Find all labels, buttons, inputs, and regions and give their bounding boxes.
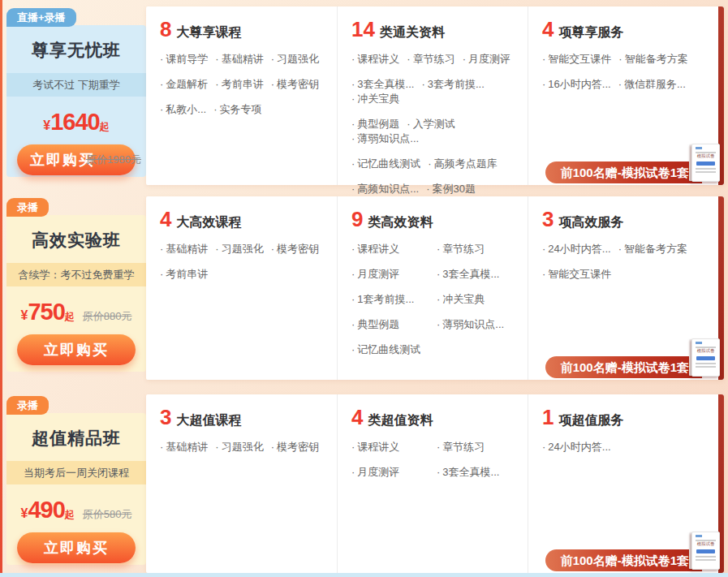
format-badge: 直播+录播: [6, 8, 76, 27]
feature-item: 课程讲义: [351, 440, 429, 454]
feature-item: 典型例题: [351, 317, 429, 332]
package-column: 4项尊享服务智能交互课件智能备考方案16小时内答...微信群服务...: [528, 6, 718, 185]
feature-item: 案例30题: [426, 182, 476, 196]
feature-line: 基础精讲习题强化模考密钥: [160, 440, 332, 454]
package-column: 14类通关资料课程讲义章节练习月度测评3套全真模...3套考前摸...冲关宝典典…: [337, 6, 528, 185]
paper-line: [696, 366, 716, 368]
feature-line: 私教小...实务专项: [160, 102, 332, 117]
column-heading: 4项尊享服务: [542, 17, 713, 41]
buy-now-button[interactable]: 立即购买: [17, 334, 136, 365]
column-count: 3: [160, 405, 171, 430]
feature-item: 模考密钥: [271, 242, 319, 256]
paper-title: 模拟试卷: [696, 541, 715, 546]
feature-item: 微信群服务...: [618, 77, 686, 92]
feature-item: 课前导学: [160, 52, 208, 67]
currency-symbol: ¥: [43, 118, 50, 132]
package-details: 3大超值课程基础精讲习题强化模考密钥4类超值资料课程讲义章节练习月度测评3套全真…: [146, 394, 724, 573]
feature-item: 3套考前摸...: [421, 77, 484, 92]
feature-item: 1套考前摸...: [351, 292, 429, 307]
feature-item: 月度测评: [351, 465, 429, 480]
feature-item: 基础精讲: [215, 52, 263, 67]
package-subtitle: 当期考后一周关闭课程: [6, 461, 146, 484]
feature-line: 记忆曲线测试: [351, 342, 523, 357]
package-details: 4大高效课程基础精讲习题强化模考密钥考前串讲9类高效资料课程讲义章节练习月度测评…: [146, 196, 724, 380]
paper-button-bar: [696, 161, 715, 166]
column-heading: 4大高效课程: [160, 207, 332, 231]
column-heading: 9类高效资料: [351, 207, 523, 231]
feature-item: 智能交互课件: [542, 267, 611, 282]
column-count: 14: [351, 17, 375, 42]
feature-item: 薄弱知识点...: [351, 131, 419, 146]
package-column: 4大高效课程基础精讲习题强化模考密钥考前串讲: [146, 196, 337, 380]
feature-line: 课前导学基础精讲习题强化: [160, 52, 332, 67]
feature-line: 金题解析考前串讲模考密钥: [160, 77, 332, 92]
feature-item: 基础精讲: [160, 242, 208, 256]
package-title: 超值精品班: [6, 413, 146, 450]
feature-line: 高频知识点...案例30题: [351, 182, 523, 196]
package-column: 3项高效服务24小时内答...智能备考方案智能交互课件: [528, 196, 718, 380]
package-card: 高效实验班 含续学：考不过免费重学 ¥750起 原价880元 立即购买: [6, 215, 146, 372]
column-count: 9: [351, 207, 363, 232]
feature-line: 月度测评3套全真模...: [351, 267, 523, 282]
page-left-accent: [0, 0, 2, 577]
feature-item: 冲关宝典: [437, 292, 515, 307]
package-subtitle: 考试不过 下期重学: [6, 73, 146, 97]
original-price: 原价1980元: [86, 153, 141, 167]
original-price: 原价880元: [83, 309, 132, 324]
package-column: 4类超值资料课程讲义章节练习月度测评3套全真模...: [337, 394, 528, 573]
feature-line: 记忆曲线测试高频考点题库: [351, 157, 523, 171]
package-column: 1项超值服务24小时内答...: [528, 394, 718, 573]
column-heading: 3项高效服务: [542, 207, 713, 231]
feature-item: 冲关宝典: [351, 92, 399, 106]
column-heading: 1项超值服务: [542, 405, 713, 429]
package-column: 3大超值课程基础精讲习题强化模考密钥: [146, 394, 337, 573]
original-price: 原价580元: [83, 507, 132, 522]
pricing-cell: 直播+录播 尊享无忧班 考试不过 下期重学 ¥1640起 立即购买 原价1980…: [6, 6, 146, 185]
paper-line: [696, 556, 716, 558]
gift-banner: 前100名赠-模拟试卷1套: [545, 161, 702, 183]
course-packages: 直播+录播 尊享无忧班 考试不过 下期重学 ¥1640起 立即购买 原价1980…: [6, 6, 722, 577]
page-bottom-accent: [0, 573, 728, 577]
feature-item: 考前串讲: [160, 267, 208, 282]
feature-item: 24小时内答...: [542, 440, 611, 454]
feature-item: 典型例题: [351, 117, 399, 131]
package-title: 高效实验班: [6, 215, 146, 252]
package-card: 超值精品班 当期考后一周关闭课程 ¥490起 原价580元 立即购买: [6, 413, 146, 565]
format-badge: 录播: [6, 396, 49, 415]
feature-line: 智能交互课件: [542, 267, 713, 282]
buy-area: 立即购买: [6, 532, 146, 563]
package-column: 8大尊享课程课前导学基础精讲习题强化金题解析考前串讲模考密钥私教小...实务专项: [146, 6, 337, 185]
feature-line: 16小时内答...微信群服务...: [542, 77, 713, 92]
course-package-row: 直播+录播 尊享无忧班 考试不过 下期重学 ¥1640起 立即购买 原价1980…: [6, 6, 722, 185]
package-column: 9类高效资料课程讲义章节练习月度测评3套全真模...1套考前摸...冲关宝典典型…: [337, 196, 528, 380]
feature-line: 典型例题入学测试薄弱知识点...: [351, 117, 523, 146]
package-details: 8大尊享课程课前导学基础精讲习题强化金题解析考前串讲模考密钥私教小...实务专项…: [146, 6, 724, 185]
format-badge: 录播: [6, 198, 49, 217]
feature-item: 私教小...: [160, 102, 206, 117]
feature-item: 习题强化: [271, 52, 319, 67]
package-title: 尊享无忧班: [6, 25, 146, 62]
pricing-cell: 录播 超值精品班 当期考后一周关闭课程 ¥490起 原价580元 立即购买: [6, 394, 146, 573]
paper-line: [696, 168, 716, 170]
price: ¥490起: [21, 497, 75, 523]
feature-item: 入学测试: [407, 117, 454, 131]
feature-item: 课程讲义: [351, 52, 399, 67]
paper-line: [696, 363, 716, 364]
feature-line: 课程讲义章节练习: [351, 440, 523, 454]
mock-paper-icon: 模拟试卷: [691, 144, 720, 182]
buy-area: 立即购买: [6, 334, 146, 365]
column-count: 4: [160, 207, 171, 232]
feature-item: 3套全真模...: [437, 267, 515, 282]
feature-item: 记忆曲线测试: [351, 342, 429, 357]
paper-line: [696, 559, 716, 561]
column-count: 4: [351, 405, 363, 430]
feature-item: 智能备考方案: [618, 242, 687, 256]
column-title: 类超值资料: [368, 412, 433, 429]
column-title: 项尊享服务: [558, 24, 623, 41]
buy-now-button[interactable]: 立即购买: [17, 532, 136, 563]
paper-button-bar: [696, 549, 715, 553]
feature-line: 1套考前摸...冲关宝典: [351, 292, 523, 307]
price: ¥1640起: [43, 109, 109, 136]
feature-line: 考前串讲: [160, 267, 332, 282]
feature-line: 智能交互课件智能备考方案: [542, 52, 713, 67]
